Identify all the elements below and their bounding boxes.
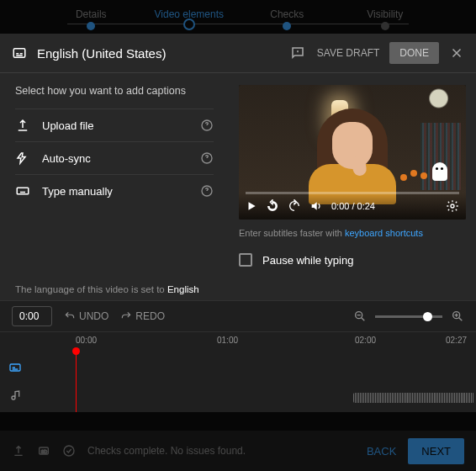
auto-sync-icon (15, 151, 30, 166)
timeline-toolbar: UNDO REDO (0, 300, 476, 332)
playhead[interactable] (76, 349, 77, 412)
upload-icon (15, 118, 30, 133)
volume-icon[interactable] (309, 199, 323, 213)
pause-while-typing-label: Pause while typing (262, 254, 353, 267)
svg-rect-3 (17, 188, 29, 194)
subtitles-icon (12, 45, 27, 61)
pause-while-typing-checkbox[interactable] (239, 253, 252, 267)
modal-title: English (United States) (37, 46, 290, 61)
video-time: 0:00 / 0:24 (331, 201, 375, 211)
language-note: The language of this video is set to Eng… (15, 283, 214, 300)
settings-icon[interactable] (446, 199, 459, 213)
option-auto-sync[interactable]: Auto-sync (15, 141, 214, 174)
zoom-slider[interactable] (375, 315, 442, 318)
timeline-ruler[interactable]: 00:00 01:00 02:00 02:27 (0, 332, 476, 349)
rewind-10-icon[interactable] (266, 199, 279, 213)
save-draft-button[interactable]: SAVE DRAFT (317, 47, 379, 59)
option-type-manually[interactable]: Type manually (15, 174, 214, 207)
svg-point-5 (451, 204, 454, 208)
help-icon[interactable] (200, 151, 214, 165)
video-preview[interactable]: 0:00 / 0:24 (239, 85, 466, 220)
keyboard-icon (15, 183, 30, 198)
done-button[interactable]: DONE (389, 42, 439, 64)
caption-track-icon (8, 361, 22, 374)
option-upload-file[interactable]: Upload file (15, 108, 214, 141)
play-icon[interactable] (246, 200, 257, 212)
forward-10-icon[interactable] (288, 199, 301, 213)
zoom-out-icon[interactable] (353, 310, 367, 323)
undo-button[interactable]: UNDO (64, 310, 108, 322)
zoom-in-icon[interactable] (451, 310, 464, 323)
captions-subhead: Select how you want to add captions (15, 85, 214, 97)
timeline-tracks[interactable] (0, 349, 476, 412)
feedback-icon[interactable] (290, 45, 305, 61)
audio-track-icon (8, 389, 22, 403)
keyboard-shortcuts-link[interactable]: keyboard shortcuts (345, 228, 423, 238)
current-time-input[interactable] (12, 306, 52, 326)
audio-waveform (353, 393, 474, 403)
help-icon[interactable] (200, 184, 214, 198)
help-icon[interactable] (200, 119, 214, 132)
close-icon[interactable] (449, 45, 464, 61)
captions-modal: English (United States) SAVE DRAFT DONE … (0, 34, 476, 412)
shortcut-hint: Enter subtitles faster with keyboard sho… (239, 228, 466, 238)
redo-button[interactable]: REDO (120, 310, 165, 322)
